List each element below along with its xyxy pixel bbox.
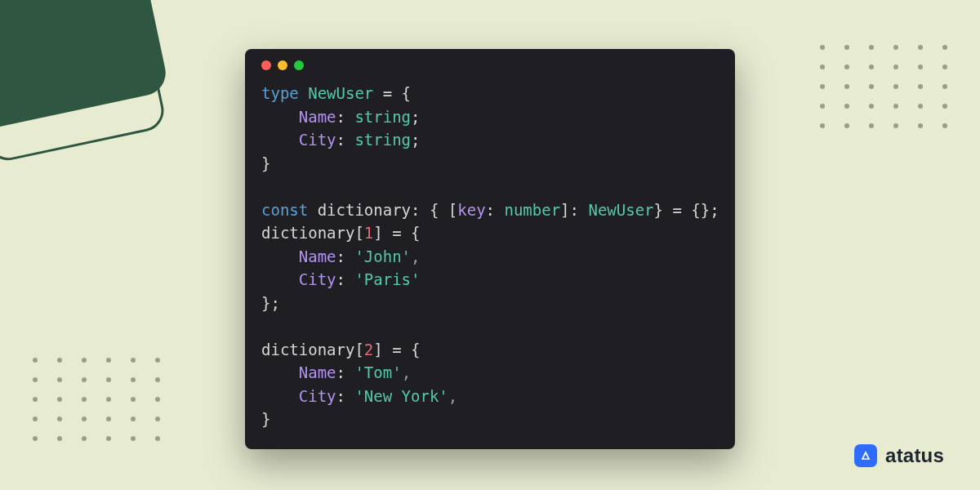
code-number: 2 bbox=[364, 341, 373, 359]
code-ident: dictionary bbox=[318, 201, 411, 219]
code-type: NewUser bbox=[588, 201, 653, 219]
code-prop: City bbox=[299, 387, 336, 405]
traffic-minimize-icon bbox=[278, 60, 287, 70]
dot-grid-top-right bbox=[820, 45, 947, 128]
code-prop: Name bbox=[299, 247, 336, 265]
code-punc: = { bbox=[373, 84, 411, 102]
traffic-close-icon bbox=[261, 60, 271, 70]
brand: atatus bbox=[854, 444, 944, 467]
code-string: 'Paris' bbox=[354, 270, 420, 288]
code-punc: }; bbox=[261, 294, 280, 312]
brand-logo-icon bbox=[854, 444, 877, 467]
code-string: 'John' bbox=[354, 247, 411, 265]
code-block: type NewUser = { Name: string; City: str… bbox=[261, 82, 719, 431]
code-punc: } bbox=[261, 154, 270, 172]
brand-name: atatus bbox=[885, 444, 944, 467]
code-ident: dictionary bbox=[261, 341, 354, 359]
code-prop: City bbox=[299, 270, 336, 288]
code-proptype: string bbox=[354, 131, 411, 149]
code-string: 'New York' bbox=[354, 387, 448, 405]
dot-grid-bottom-left bbox=[33, 358, 160, 441]
code-number: 1 bbox=[364, 224, 373, 242]
code-punc: } bbox=[261, 410, 270, 428]
code-prop: key bbox=[457, 201, 485, 219]
code-prop: Name bbox=[299, 363, 336, 381]
code-keyword: type bbox=[261, 84, 299, 102]
code-type: NewUser bbox=[308, 84, 373, 102]
traffic-zoom-icon bbox=[294, 60, 304, 70]
code-type: number bbox=[504, 201, 560, 219]
code-window: type NewUser = { Name: string; City: str… bbox=[245, 49, 735, 449]
code-keyword: const bbox=[261, 201, 308, 219]
code-string: 'Tom' bbox=[354, 363, 401, 381]
code-ident: dictionary bbox=[261, 224, 354, 242]
bg-shape-outline bbox=[0, 0, 167, 164]
window-traffic-lights bbox=[261, 60, 719, 70]
code-proptype: string bbox=[354, 108, 411, 126]
code-prop: City bbox=[299, 131, 336, 149]
code-prop: Name bbox=[299, 108, 336, 126]
